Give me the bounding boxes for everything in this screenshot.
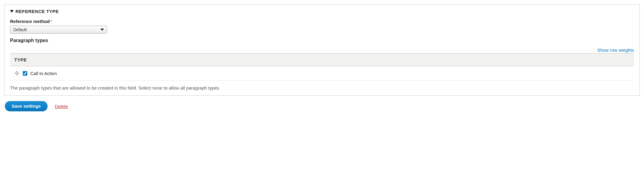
table-row: Call to Action [10,66,634,80]
reference-method-label: Reference method* [10,19,634,24]
required-star: * [50,19,52,24]
reference-method-item: Reference method* Default [10,19,634,34]
drag-handle-icon[interactable] [14,70,20,76]
save-button[interactable]: Save settings [5,101,48,111]
fieldset-toggle[interactable]: REFERENCE TYPE [10,8,634,14]
show-row-weights-link[interactable]: Show row weights [597,48,634,53]
fieldset-title: REFERENCE TYPE [15,9,59,14]
paragraph-types-description: The paragraph types that are allowed to … [10,85,634,90]
reference-type-fieldset: REFERENCE TYPE Reference method* Default… [4,4,640,96]
paragraph-type-label: Call to Action [30,71,57,76]
form-actions: Save settings Delete [4,101,640,111]
triangle-down-icon [10,10,14,13]
paragraph-types-title: Paragraph types [10,38,634,43]
paragraph-type-checkbox[interactable] [23,71,27,76]
type-header: TYPE [10,54,634,66]
paragraph-types-table: TYPE Call to Action [10,53,634,80]
delete-link[interactable]: Delete [55,104,68,109]
reference-method-select-wrap: Default [10,26,107,34]
show-row-weights-wrap: Show row weights [10,48,634,53]
reference-method-select[interactable]: Default [10,26,107,34]
